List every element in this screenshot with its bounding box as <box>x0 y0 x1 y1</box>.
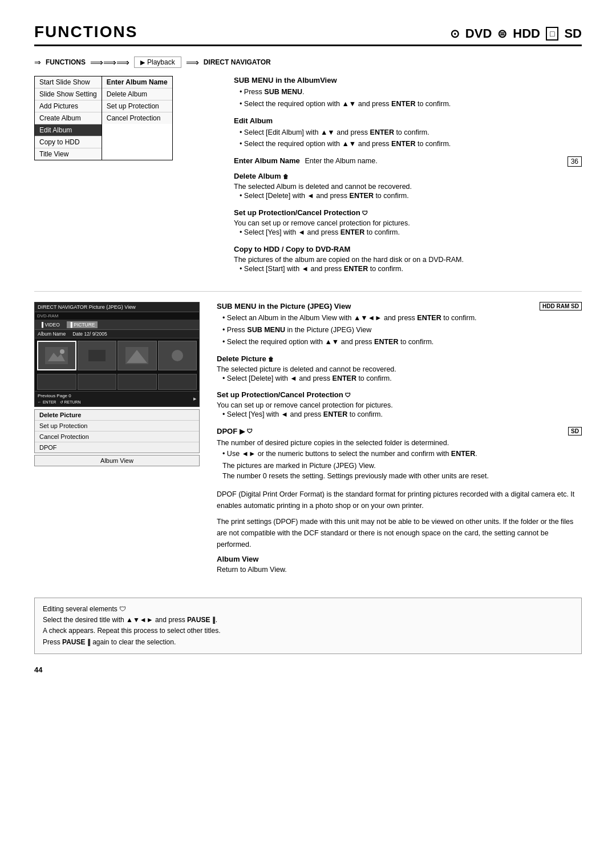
nav-screen-info-row: Album Name Date 12/ 9/2005 <box>35 330 199 338</box>
nav-screen-source: DVD-RAM <box>35 312 199 320</box>
setup-protection2-heading: Set up Protection/Cancel Protection 🛡 <box>217 390 582 399</box>
page-title: FUNCTIONS <box>34 23 137 41</box>
setup-protection2-section: Set up Protection/Cancel Protection 🛡 Yo… <box>217 390 582 420</box>
nav-bottom-left: Previous Page 0 ← ENTER ↺ RETURN <box>38 393 81 405</box>
nav-submenu: Delete Picture Set up Protection Cancel … <box>34 409 200 453</box>
dpof-body1: DPOF (Digital Print Order Format) is the… <box>217 489 582 511</box>
dpof-line1: The number of desired picture copies in … <box>217 438 582 449</box>
delete-picture-line2: Select [Delete] with ◄ and press ENTER t… <box>222 373 582 384</box>
nav-album-view[interactable]: Album View <box>34 455 200 466</box>
left-menu-col2: Enter Album Name Delete Album Set up Pro… <box>102 76 173 160</box>
sub-menu-album-heading: SUB MENU in the AlbumView <box>234 76 582 84</box>
nav-screen-tabs: ▐ VIDEO ▐ PICTURE <box>35 320 199 330</box>
nav-screen-header: DIRECT NAVIGATOR Picture (JPEG) View <box>35 302 199 312</box>
menu-item-title-view[interactable]: Title View <box>35 148 102 160</box>
nav-small-thumb-1[interactable] <box>37 374 76 390</box>
svg-rect-4 <box>88 350 106 361</box>
menu-item-copy-to-hdd[interactable]: Copy to HDD <box>35 136 102 148</box>
nav-tab-video[interactable]: ▐ VIDEO <box>38 321 62 328</box>
section-divider <box>34 291 582 292</box>
functions-nav-icon: ⇒ <box>34 58 41 67</box>
dpof-line4: The number 0 resets the setting. Setting… <box>222 471 582 482</box>
sub-menu-jpeg-line1: Select an Album in the Album View with ▲… <box>222 313 582 324</box>
album-view-section: Album View Return to Album View. <box>217 555 582 574</box>
menu-row: Start Slide Show Slide Show Setting Add … <box>34 76 217 160</box>
hdd-label: HDD <box>513 26 540 41</box>
nav-thumb-1[interactable] <box>37 341 76 370</box>
hdd-ram-sd-badge: HDD RAM SD <box>540 302 582 310</box>
nav-row: ⇒ FUNCTIONS ⟹⟹⟹ ▶ Playback ⟹ DIRECT NAVI… <box>34 57 582 68</box>
svg-point-2 <box>60 349 64 354</box>
nav-page-arrow: ▶ <box>193 397 196 401</box>
bottom-note-line2: Select the desired title with ▲▼◄► and p… <box>43 615 573 626</box>
bottom-note-line3: A check appears. Repeat this process to … <box>43 626 573 636</box>
enter-album-name-text: Enter the Album name. <box>305 157 377 165</box>
copy-hdd-section: Copy to HDD / Copy to DVD-RAM The pictur… <box>234 245 582 275</box>
nav-source-label: DVD-RAM <box>37 313 58 318</box>
nav-album-name-label: Album Name <box>38 331 66 337</box>
playback-icon: ▶ <box>140 59 145 66</box>
delete-album-line1: The selected Album is deleted and cannot… <box>234 183 582 191</box>
hdd-icon: ⊜ <box>497 27 507 41</box>
setup-protection2-line2: Select [Yes] with ◄ and press ENTER to c… <box>222 409 582 420</box>
playback-box: ▶ Playback <box>134 57 181 68</box>
nav-tab-picture[interactable]: ▐ PICTURE <box>67 321 98 328</box>
smenu-delete-picture[interactable]: Delete Picture <box>35 410 199 421</box>
dpof-heading: DPOF ▶ 🛡 <box>217 427 568 435</box>
menu-item-start-slide-show[interactable]: Start Slide Show <box>35 76 102 88</box>
enter-album-name-section: 36 Enter Album Name Enter the Album name… <box>234 156 582 165</box>
delete-album-line2: Select [Delete] with ◄ and press ENTER t… <box>240 191 582 201</box>
dpof-section: SD DPOF ▶ 🛡 The number of desired pictur… <box>217 427 582 482</box>
menu-item-create-album[interactable]: Create Album <box>35 112 102 124</box>
smenu-dpof[interactable]: DPOF <box>35 442 199 453</box>
copy-hdd-heading: Copy to HDD / Copy to DVD-RAM <box>234 245 582 253</box>
second-section: DIRECT NAVIGATOR Picture (JPEG) View DVD… <box>34 302 582 580</box>
menu-item-edit-album[interactable]: Edit Album <box>35 124 102 136</box>
smenu-set-up-protection[interactable]: Set up Protection <box>35 421 199 431</box>
sub-menu-album-view-section: SUB MENU in the AlbumView Press SUB MENU… <box>234 76 582 110</box>
menu-item-cancel-protection[interactable]: Cancel Protection <box>102 112 172 124</box>
sd-box: □ <box>546 27 558 41</box>
menu-item-delete-album[interactable]: Delete Album <box>102 88 172 100</box>
menu-item-set-up-protection[interactable]: Set up Protection <box>102 100 172 112</box>
dpof-line3: The pictures are marked in Picture (JPEG… <box>222 461 582 471</box>
nav-arrow1: ⟹⟹⟹ <box>90 57 129 68</box>
nav-thumb-2[interactable] <box>78 341 117 370</box>
sub-menu-jpeg-section: HDD RAM SD SUB MENU in the Picture (JPEG… <box>217 302 582 347</box>
functions-nav-label: FUNCTIONS <box>46 58 86 66</box>
nav-arrow2: ⟹ <box>186 57 199 68</box>
right-column-section2: HDD RAM SD SUB MENU in the Picture (JPEG… <box>217 302 582 580</box>
nav-thumb-3[interactable] <box>117 341 157 370</box>
menu-item-add-pictures[interactable]: Add Pictures <box>35 100 102 112</box>
right-column-section1: SUB MENU in the AlbumView Press SUB MENU… <box>234 76 582 281</box>
sub-menu-jpeg-line3: Select the required option with ▲▼ and p… <box>222 337 582 348</box>
copy-hdd-line2: Select [Start] with ◄ and press ENTER to… <box>240 264 582 275</box>
menu-item-enter-album-name[interactable]: Enter Album Name <box>102 76 172 88</box>
dvd-label: DVD <box>465 26 492 41</box>
setup-protection-line2: Select [Yes] with ◄ and press ENTER to c… <box>240 227 582 238</box>
nav-bottom-bar: Previous Page 0 ← ENTER ↺ RETURN ▶ <box>35 391 199 406</box>
dpof-label: DPOF <box>217 427 237 435</box>
navigator-screenshot-col: DIRECT NAVIGATOR Picture (JPEG) View DVD… <box>34 302 200 580</box>
nav-prev-label: Previous Page 0 <box>38 393 81 398</box>
nav-small-thumb-2[interactable] <box>78 374 117 390</box>
nav-thumb-4[interactable] <box>158 341 197 370</box>
page-number-badge: 36 <box>568 156 582 167</box>
setup-protection-line1: You can set up or remove cancel protecti… <box>234 219 582 227</box>
svg-point-8 <box>172 350 183 361</box>
sub-menu-line2: Select the required option with ▲▼ and p… <box>240 99 582 110</box>
nav-small-thumb-3[interactable] <box>117 374 157 390</box>
nav-thumb-grid-row1 <box>35 338 199 372</box>
setup-protection-section: Set up Protection/Cancel Protection 🛡 Yo… <box>234 208 582 238</box>
delete-picture-section: Delete Picture 🗑 The selected picture is… <box>217 354 582 384</box>
nav-small-thumb-4[interactable] <box>158 374 197 390</box>
edit-album-line2: Select the required option with ▲▼ and p… <box>240 139 582 150</box>
nav-screen-title: DIRECT NAVIGATOR Picture (JPEG) View <box>38 304 136 310</box>
bottom-note-box: Editing several elements 🛡 Select the de… <box>34 598 582 654</box>
bottom-note-line4: Press PAUSE ‖ again to clear the selecti… <box>43 637 573 648</box>
menu-item-slide-show-setting[interactable]: Slide Show Setting <box>35 88 102 100</box>
page-footer: 44 <box>34 665 582 674</box>
smenu-cancel-protection[interactable]: Cancel Protection <box>35 431 199 442</box>
navigator-screenshot: DIRECT NAVIGATOR Picture (JPEG) View DVD… <box>34 302 200 406</box>
delete-album-section: Delete Album 🗑 The selected Album is del… <box>234 172 582 201</box>
